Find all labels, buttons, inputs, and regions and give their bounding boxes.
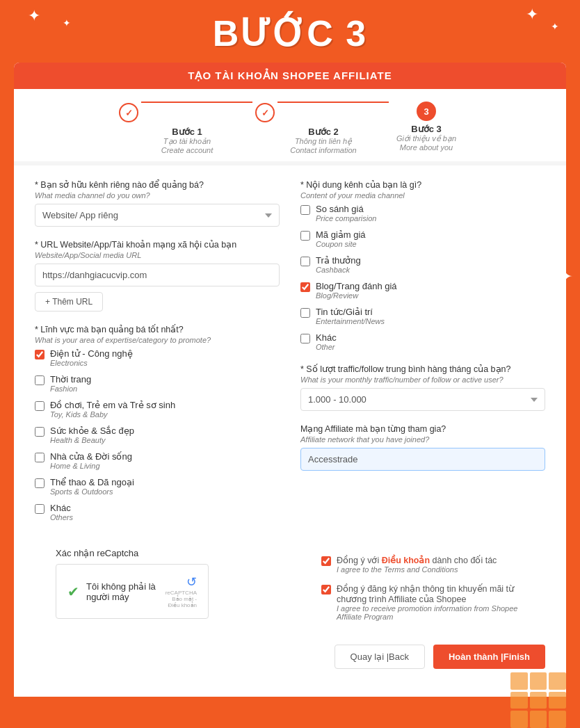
form-body: * Bạn sở hữu kênh riêng nào để quảng bá?… <box>14 165 566 548</box>
content-checkbox-4[interactable] <box>300 308 310 318</box>
expertise-checkbox-4[interactable] <box>35 453 45 462</box>
main-card: TẠO TÀI KHOẢN SHOPEE AFFILIATE ✓ Bước 1 … <box>14 63 566 697</box>
expertise-label-6: Khác Others <box>50 503 73 521</box>
captcha-label: Xác nhận reCaptcha <box>56 548 259 558</box>
affiliate-label-en: Affiliate network that you have joined? <box>300 435 545 444</box>
terms-link[interactable]: Điều khoản <box>382 556 430 565</box>
agreement-item-2: Đồng ý đăng ký nhận thông tin khuyến mãi… <box>321 583 524 621</box>
expertise-label-3: Sức khỏe & Sắc đẹp Health & Beauty <box>50 426 134 444</box>
agreement-text-2-sub: I agree to receive promotion information… <box>337 604 524 621</box>
agreement-section: Đồng ý với Điều khoản dành cho đối tác I… <box>300 548 545 621</box>
agreement-checkbox-2[interactable] <box>321 585 331 594</box>
step-2-label: Bước 2 <box>290 127 356 137</box>
content-checkbox-1[interactable] <box>300 231 310 241</box>
url-field-label: * URL Website/App/Tài khoản mạng xã hội … <box>35 239 280 250</box>
step-1-sublabel: Tạo tài khoản <box>161 137 214 146</box>
stepper: ✓ Bước 1 Tạo tài khoản Create account ✓ … <box>14 89 566 161</box>
list-item: Trả thưởng Cashback <box>300 255 545 274</box>
footer-buttons: Quay lại |Back Hoàn thành |Finish <box>14 631 566 676</box>
list-item: Thể thao & Dã ngoại Sports & Outdoors <box>35 477 280 496</box>
expertise-label-2: Đồ chơi, Trẻ em và Trẻ sơ sinh Toy, Kids… <box>50 400 175 419</box>
agreement-col: Đồng ý với Điều khoản dành cho đối tác I… <box>300 548 545 631</box>
step-3-labels: Bước 3 Giới thiệu về bạn More about you <box>396 124 456 152</box>
list-item: Tin tức/Giải trí Entertainment/News <box>300 307 545 325</box>
sparkle-icon-4: ✦ <box>551 21 559 32</box>
list-item: Sức khỏe & Sắc đẹp Health & Beauty <box>35 426 280 444</box>
step-3-sublabel-en: More about you <box>396 143 456 152</box>
expertise-checkbox-2[interactable] <box>35 401 45 411</box>
agreement-checkbox-1[interactable] <box>321 556 331 566</box>
list-item: Thời trang Fashion <box>35 374 280 393</box>
url-field-label-en: Website/App/Social media URL <box>35 251 280 259</box>
step-1: ✓ Bước 1 Tạo tài khoản Create account <box>119 102 255 154</box>
traffic-label: * Số lượt traffic/follow trung bình hàng… <box>300 364 545 374</box>
expertise-label-4: Nhà cửa & Đời sống Home & Living <box>50 451 132 470</box>
content-checkbox-2[interactable] <box>300 257 310 266</box>
list-item: Đồ chơi, Trẻ em và Trẻ sơ sinh Toy, Kids… <box>35 400 280 419</box>
content-checkboxes: So sánh giá Price comparision Mã giảm gi… <box>300 204 545 351</box>
expertise-label-1: Thời trang Fashion <box>50 374 91 393</box>
captcha-checkmark-icon: ✔ <box>67 583 79 600</box>
sparkle-icon-2: ✦ <box>63 17 71 29</box>
finish-button[interactable]: Hoàn thành |Finish <box>433 645 545 669</box>
step-line-1 <box>141 102 252 103</box>
expertise-checkbox-6[interactable] <box>35 504 45 514</box>
step-1-label: Bước 1 <box>161 127 214 137</box>
captcha-box[interactable]: ✔ Tôi không phải là người máy ↺ reCAPTCH… <box>56 564 209 619</box>
step-2: ✓ Bước 2 Thông tin liên hệ Contact infor… <box>255 102 392 154</box>
step-3-label: Bước 3 <box>396 124 456 134</box>
affiliate-input[interactable] <box>300 448 545 471</box>
bottom-decoration <box>510 672 566 728</box>
agreement-text-1: Đồng ý với Điều khoản dành cho đối tác <box>337 555 497 565</box>
expertise-checkboxes: Điện tử - Công nghệ Electronics Thời tra… <box>35 348 280 521</box>
expertise-label-en: What is your area of expertise/category … <box>35 336 280 344</box>
sparkle-icon-1: ✦ <box>28 7 40 25</box>
header-area: ✦ ✦ ✦ ✦ BƯỚC 3 <box>0 0 580 63</box>
sparkle-icon-right: ✦ <box>556 264 573 289</box>
form-col-left: * Bạn sở hữu kênh riêng nào để quảng bá?… <box>35 179 280 534</box>
expertise-label: * Lĩnh vực mà bạn quảng bá tốt nhất? <box>35 324 280 334</box>
traffic-select[interactable]: 1.000 - 10.000 10.000 - 50.000 50.000 - … <box>300 388 545 411</box>
list-item: Mã giảm giá Coupon site <box>300 229 545 248</box>
media-channel-select[interactable]: Website/ App riêng Facebook Instagram Yo… <box>35 204 280 227</box>
content-checkbox-5[interactable] <box>300 334 310 343</box>
media-channel-label-en: What media channel do you own? <box>35 191 280 200</box>
media-channel-label: * Bạn sở hữu kênh riêng nào để quảng bá? <box>35 179 280 190</box>
content-channel-group: * Nội dung kênh của bạn là gì? Content o… <box>300 179 545 351</box>
captcha-check: ✔ Tôi không phải là người máy <box>67 581 159 602</box>
step-line-2 <box>277 102 389 103</box>
step-2-sublabel-en: Contact information <box>290 146 356 154</box>
expertise-checkbox-5[interactable] <box>35 478 45 488</box>
content-checkbox-0[interactable] <box>300 205 310 215</box>
step-3-sublabel: Giới thiệu về bạn <box>396 134 456 143</box>
expertise-checkbox-3[interactable] <box>35 427 45 437</box>
step-2-sublabel: Thông tin liên hệ <box>290 137 356 146</box>
list-item: Khác Others <box>35 503 280 521</box>
list-item: Blog/Trang đánh giá Blog/Review <box>300 281 545 300</box>
card-header: TẠO TÀI KHOẢN SHOPEE AFFILIATE <box>14 63 566 89</box>
add-url-button[interactable]: + Thêm URL <box>35 292 103 312</box>
content-checkbox-3[interactable] <box>300 282 310 292</box>
back-button[interactable]: Quay lại |Back <box>335 645 425 669</box>
step-2-labels: Bước 2 Thông tin liên hệ Contact informa… <box>290 127 356 154</box>
url-field-group: * URL Website/App/Tài khoản mạng xã hội … <box>35 239 280 312</box>
step-1-circle: ✓ <box>119 103 138 122</box>
recaptcha-sub: Bảo mật - Điều khoản <box>159 596 197 608</box>
recaptcha-label: reCAPTCHA <box>159 590 197 596</box>
agreement-text-2: Đồng ý đăng ký nhận thông tin khuyến mãi… <box>337 583 524 604</box>
affiliate-group: Mạng Affiliate mà bạn từng tham gia? Aff… <box>300 423 545 471</box>
step-1-sublabel-en: Create account <box>161 146 214 154</box>
form-section-bottom: Xác nhận reCaptcha ✔ Tôi không phải là n… <box>14 548 566 631</box>
expertise-label-5: Thể thao & Dã ngoại Sports & Outdoors <box>50 477 134 496</box>
traffic-label-en: What is your monthly traffic/number of f… <box>300 375 545 384</box>
agreement-text-1-sub: I agree to the Terms and Conditions <box>337 565 497 574</box>
url-input[interactable] <box>35 264 280 286</box>
step-3-circle: 3 <box>417 102 436 121</box>
list-item: Khác Other <box>300 332 545 351</box>
expertise-checkbox-0[interactable] <box>35 350 45 359</box>
step-1-labels: Bước 1 Tạo tài khoản Create account <box>161 127 214 154</box>
agreement-item-1: Đồng ý với Điều khoản dành cho đối tác I… <box>321 555 524 574</box>
sparkle-icon-3: ✦ <box>526 6 538 24</box>
content-channel-label: * Nội dung kênh của bạn là gì? <box>300 179 545 190</box>
expertise-checkbox-1[interactable] <box>35 375 45 385</box>
